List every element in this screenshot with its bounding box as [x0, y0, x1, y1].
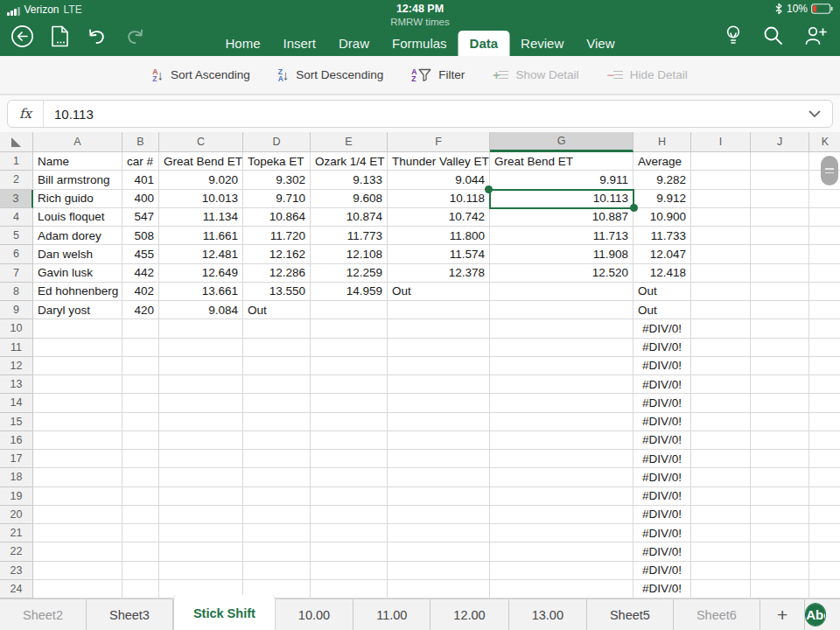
cell-J24[interactable] — [751, 580, 809, 598]
cell-C3[interactable]: 10.013 — [159, 190, 243, 208]
cell-B15[interactable] — [122, 413, 159, 431]
cell-A10[interactable] — [33, 319, 122, 338]
cell-D6[interactable]: 12.162 — [243, 245, 311, 263]
cell-A4[interactable]: Louis floquet — [33, 208, 122, 227]
cell-G14[interactable] — [490, 394, 634, 412]
cell-J7[interactable] — [751, 264, 809, 283]
cell-A22[interactable] — [33, 542, 122, 561]
cell-B1[interactable]: car # — [122, 152, 159, 171]
cell-K18[interactable] — [809, 468, 840, 486]
row-header-6[interactable]: 6 — [0, 245, 33, 263]
column-header-D[interactable]: D — [243, 132, 311, 152]
cell-G18[interactable] — [490, 468, 634, 486]
cell-F21[interactable] — [388, 524, 490, 542]
cell-H1[interactable]: Average — [634, 152, 691, 171]
cell-C2[interactable]: 9.020 — [159, 171, 243, 189]
cell-J14[interactable] — [751, 394, 809, 412]
cell-K8[interactable] — [809, 283, 840, 301]
cell-I23[interactable] — [691, 562, 751, 580]
sheet-tab-10.00[interactable]: 10.00 — [276, 599, 354, 630]
row-header-23[interactable]: 23 — [0, 562, 33, 580]
filter-button[interactable]: AZFilter — [411, 68, 465, 82]
cell-C13[interactable] — [159, 375, 243, 394]
cell-J21[interactable] — [751, 524, 809, 542]
cell-E23[interactable] — [311, 562, 388, 580]
column-header-E[interactable]: E — [311, 132, 388, 152]
tab-draw[interactable]: Draw — [327, 31, 381, 56]
cell-B5[interactable]: 508 — [122, 227, 159, 245]
cell-B24[interactable] — [122, 580, 159, 598]
column-header-G[interactable]: G — [490, 132, 634, 152]
cell-A21[interactable] — [33, 524, 122, 542]
cell-I17[interactable] — [691, 450, 751, 468]
row-header-14[interactable]: 14 — [0, 394, 33, 412]
cell-C11[interactable] — [159, 339, 243, 357]
row-header-10[interactable]: 10 — [0, 319, 33, 338]
cell-I1[interactable] — [691, 152, 751, 171]
cell-H4[interactable]: 10.900 — [634, 208, 691, 227]
cell-B7[interactable]: 442 — [122, 264, 159, 283]
spreadsheet-grid[interactable]: ABCDEFGHIJK1Namecar #Great Bend ETTopeka… — [0, 132, 840, 598]
sheet-tab-sheet3[interactable]: Sheet3 — [87, 599, 173, 630]
cell-J17[interactable] — [751, 450, 809, 468]
cell-J11[interactable] — [751, 339, 809, 357]
cell-H23[interactable]: #DIV/0! — [634, 562, 691, 580]
cell-K19[interactable] — [809, 487, 840, 506]
cell-D16[interactable] — [243, 431, 311, 450]
cell-H18[interactable]: #DIV/0! — [634, 468, 691, 486]
cell-G8[interactable] — [490, 283, 634, 301]
cell-D17[interactable] — [243, 450, 311, 468]
cell-K11[interactable] — [809, 339, 840, 357]
cell-F18[interactable] — [388, 468, 490, 486]
cell-J3[interactable] — [751, 190, 809, 208]
cell-G23[interactable] — [490, 562, 634, 580]
cell-J19[interactable] — [751, 487, 809, 506]
cell-C17[interactable] — [159, 450, 243, 468]
row-header-4[interactable]: 4 — [0, 208, 33, 227]
cell-F15[interactable] — [388, 413, 490, 431]
back-button[interactable] — [10, 24, 34, 48]
cell-C8[interactable]: 13.661 — [159, 283, 243, 301]
cell-G12[interactable] — [490, 357, 634, 375]
formula-value[interactable]: 10.113 — [44, 107, 797, 122]
cell-B21[interactable] — [122, 524, 159, 542]
cell-J5[interactable] — [751, 227, 809, 245]
cell-I10[interactable] — [691, 319, 751, 338]
cell-F14[interactable] — [388, 394, 490, 412]
cell-I4[interactable] — [691, 208, 751, 227]
cell-I7[interactable] — [691, 264, 751, 283]
cell-A6[interactable]: Dan welsh — [33, 245, 122, 263]
cell-I18[interactable] — [691, 468, 751, 486]
cell-H3[interactable]: 9.912 — [634, 190, 691, 208]
cell-J23[interactable] — [751, 562, 809, 580]
cell-C15[interactable] — [159, 413, 243, 431]
cell-E2[interactable]: 9.133 — [311, 171, 388, 189]
cell-J18[interactable] — [751, 468, 809, 486]
cell-H20[interactable]: #DIV/0! — [634, 506, 691, 524]
row-header-12[interactable]: 12 — [0, 357, 33, 375]
cell-E22[interactable] — [311, 542, 388, 561]
cell-K9[interactable] — [809, 301, 840, 319]
row-header-22[interactable]: 22 — [0, 542, 33, 561]
cell-B12[interactable] — [122, 357, 159, 375]
cell-B4[interactable]: 547 — [122, 208, 159, 227]
cell-A3[interactable]: Rich guido — [33, 190, 122, 208]
cell-F11[interactable] — [388, 339, 490, 357]
cell-G15[interactable] — [490, 413, 634, 431]
cell-J12[interactable] — [751, 357, 809, 375]
cell-G7[interactable]: 12.520 — [490, 264, 634, 283]
cell-H8[interactable]: Out — [634, 283, 691, 301]
undo-button[interactable] — [86, 26, 108, 46]
cell-I12[interactable] — [691, 357, 751, 375]
row-header-8[interactable]: 8 — [0, 283, 33, 301]
row-header-24[interactable]: 24 — [0, 580, 33, 598]
cell-J1[interactable] — [751, 152, 809, 171]
sheet-tab-sheet5[interactable]: Sheet5 — [587, 599, 674, 630]
cell-J13[interactable] — [751, 375, 809, 394]
column-header-B[interactable]: B — [122, 132, 159, 152]
cell-C23[interactable] — [159, 562, 243, 580]
file-icon[interactable] — [51, 25, 69, 47]
cell-D3[interactable]: 9.710 — [243, 190, 311, 208]
cell-E15[interactable] — [311, 413, 388, 431]
cell-J9[interactable] — [751, 301, 809, 319]
